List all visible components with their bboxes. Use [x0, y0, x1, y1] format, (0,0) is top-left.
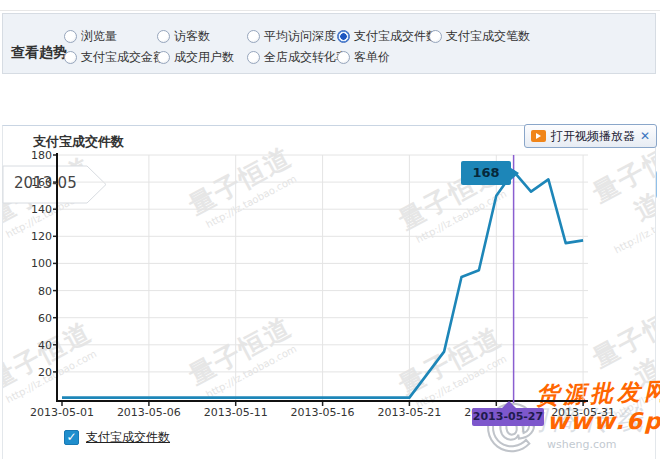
- radio-label: 支付宝成交件数: [354, 28, 438, 45]
- trend-panel-title: 查看趋势: [11, 44, 67, 62]
- radio-label: 客单价: [354, 49, 390, 66]
- y-axis-tick-label: 100: [12, 257, 52, 270]
- radio-icon: [64, 30, 77, 43]
- radio-icon: [247, 51, 260, 64]
- x-axis-tick-label: 2013-05-06: [113, 406, 185, 419]
- radio-icon: [337, 51, 350, 64]
- month-goal-panel: 2013-05 实际 1,125 目标 - 完成度 - 输入月度目标: [0, 82, 660, 125]
- x-axis-tick-label: 2013-05-11: [200, 406, 272, 419]
- x-axis-tick-label: 2013-05-31: [547, 406, 619, 419]
- metric-radio-客单价[interactable]: 客单价: [337, 49, 390, 65]
- radio-icon: [157, 51, 170, 64]
- chart-legend: ✓ 支付宝成交件数: [64, 429, 170, 446]
- radio-label: 支付宝成交笔数: [446, 28, 530, 45]
- radio-icon: [337, 30, 350, 43]
- metric-radio-访客数[interactable]: 访客数: [157, 28, 210, 44]
- open-video-player-button[interactable]: 打开视频播放器 ✕: [524, 124, 657, 148]
- y-axis-tick-label: 80: [12, 285, 52, 298]
- x-axis-tick-label: 2013-05-16: [287, 406, 359, 419]
- metric-radio-全店成交转化率[interactable]: 全店成交转化率: [247, 49, 348, 65]
- date-tooltip: 2013-05-27: [472, 408, 544, 426]
- metric-radio-浏览量[interactable]: 浏览量: [64, 28, 117, 44]
- video-button-label: 打开视频播放器: [551, 128, 635, 145]
- y-axis-tick-label: 40: [12, 339, 52, 352]
- y-axis-tick-label: 180: [12, 149, 52, 162]
- analytics-page: 查看趋势 浏览量访客数平均访问深度支付宝成交件数支付宝成交笔数支付宝成交金额成交…: [0, 0, 660, 459]
- brand-watermark: 量子恒道http://lz.taobao.com: [393, 319, 513, 412]
- brand-watermark: 量子恒道http://lz.taobao.com: [183, 309, 303, 402]
- legend-label[interactable]: 支付宝成交件数: [86, 429, 170, 446]
- radio-label: 支付宝成交金额: [81, 49, 165, 66]
- close-icon[interactable]: ✕: [640, 129, 650, 143]
- metric-radio-支付宝成交件数[interactable]: 支付宝成交件数: [337, 28, 438, 44]
- legend-checkbox[interactable]: ✓: [64, 430, 79, 445]
- radio-label: 浏览量: [81, 28, 117, 45]
- radio-icon: [247, 30, 260, 43]
- radio-icon: [64, 51, 77, 64]
- radio-icon: [157, 30, 170, 43]
- value-tooltip: 168: [461, 161, 511, 185]
- metric-radio-支付宝成交金额[interactable]: 支付宝成交金额: [64, 49, 165, 65]
- radio-label: 全店成交转化率: [264, 49, 348, 66]
- radio-label: 访客数: [174, 28, 210, 45]
- video-player-icon: [531, 130, 546, 142]
- metric-radio-支付宝成交笔数[interactable]: 支付宝成交笔数: [429, 28, 530, 44]
- brand-watermark: 量子恒道http://lz.taobao.com: [579, 137, 656, 256]
- x-axis-tick-label: 2013-05-01: [26, 406, 98, 419]
- y-axis-tick-label: 140: [12, 203, 52, 216]
- radio-icon: [429, 30, 442, 43]
- radio-label: 成交用户数: [174, 49, 234, 66]
- y-axis-tick-label: 20: [12, 366, 52, 379]
- metric-radio-成交用户数[interactable]: 成交用户数: [157, 49, 234, 65]
- y-axis-tick-label: 120: [12, 230, 52, 243]
- x-axis-tick-label: 2013-05-21: [373, 406, 445, 419]
- brand-watermark: 量子恒道http://lz.taobao.com: [2, 314, 103, 407]
- brand-watermark: 量子恒道http://lz.taobao.com: [183, 139, 303, 232]
- trend-selector-panel: 查看趋势 浏览量访客数平均访问深度支付宝成交件数支付宝成交笔数支付宝成交金额成交…: [2, 13, 656, 74]
- metric-radio-平均访问深度[interactable]: 平均访问深度: [247, 28, 336, 44]
- y-axis-tick-label: 60: [12, 312, 52, 325]
- top-divider: [0, 0, 660, 11]
- radio-label: 平均访问深度: [264, 28, 336, 45]
- y-axis-tick-label: 160: [12, 176, 52, 189]
- brand-watermark: 量子恒道http://lz.taobao.com: [579, 302, 656, 421]
